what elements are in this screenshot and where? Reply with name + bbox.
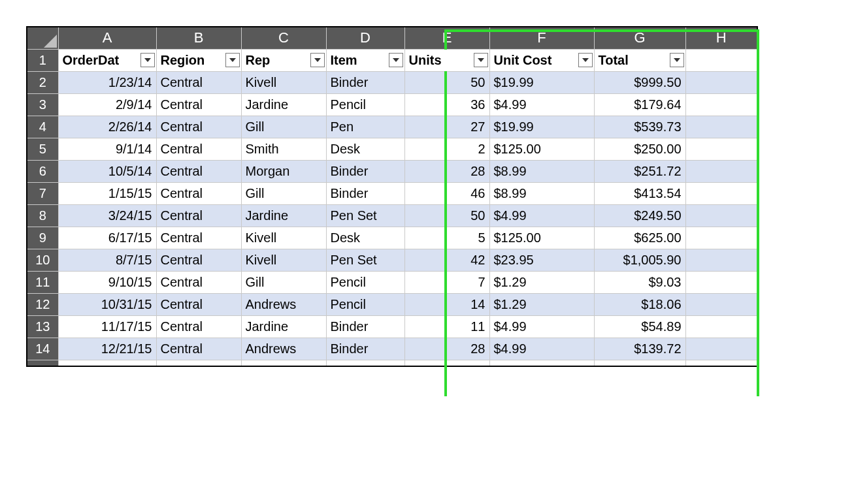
row-header-15[interactable]	[27, 360, 58, 366]
cell-B10[interactable]: Central	[156, 249, 241, 271]
cell-B4[interactable]: Central	[156, 116, 241, 138]
header-unitcost[interactable]: Unit Cost	[489, 49, 594, 71]
cell-G2[interactable]: $999.50	[594, 71, 685, 93]
cell-E2[interactable]: 50	[404, 71, 489, 93]
cell-C9[interactable]: Kivell	[241, 227, 326, 249]
cell-G9[interactable]: $625.00	[594, 227, 685, 249]
header-rep[interactable]: Rep	[241, 49, 326, 71]
cell-C14[interactable]: Andrews	[241, 338, 326, 360]
cell-F13[interactable]: $4.99	[489, 315, 594, 338]
header-region[interactable]: Region	[156, 49, 241, 71]
filter-button-orderdate[interactable]	[140, 53, 155, 67]
row-header-3[interactable]: 3	[27, 93, 58, 116]
row-header-5[interactable]: 5	[27, 138, 58, 160]
cell-F8[interactable]: $4.99	[489, 204, 594, 227]
cell-F7[interactable]: $8.99	[489, 182, 594, 204]
cell-G6[interactable]: $251.72	[594, 160, 685, 182]
cell-D10[interactable]: Pen Set	[326, 249, 404, 271]
cell-A7[interactable]: 1/15/15	[58, 182, 156, 204]
cell-C2[interactable]: Kivell	[241, 71, 326, 93]
row-header-14[interactable]: 14	[27, 338, 58, 360]
col-header-A[interactable]: A	[58, 27, 156, 49]
cell-E14[interactable]: 28	[404, 338, 489, 360]
header-item[interactable]: Item	[326, 49, 404, 71]
cell-A10[interactable]: 8/7/15	[58, 249, 156, 271]
cell-G8[interactable]: $249.50	[594, 204, 685, 227]
row-header-13[interactable]: 13	[27, 315, 58, 338]
cell-F11[interactable]: $1.29	[489, 271, 594, 293]
cell-F6[interactable]: $8.99	[489, 160, 594, 182]
cell-A9[interactable]: 6/17/15	[58, 227, 156, 249]
cell-D11[interactable]: Pencil	[326, 271, 404, 293]
cell-B2[interactable]: Central	[156, 71, 241, 93]
cell-F9[interactable]: $125.00	[489, 227, 594, 249]
col-header-C[interactable]: C	[241, 27, 326, 49]
cell-D8[interactable]: Pen Set	[326, 204, 404, 227]
cell-A3[interactable]: 2/9/14	[58, 93, 156, 116]
col-header-D[interactable]: D	[326, 27, 404, 49]
cell-H7[interactable]	[685, 182, 757, 204]
cell-H1[interactable]	[685, 49, 757, 71]
row-header-8[interactable]: 8	[27, 204, 58, 227]
cell-D7[interactable]: Binder	[326, 182, 404, 204]
cell-D4[interactable]: Pen	[326, 116, 404, 138]
cell-F3[interactable]: $4.99	[489, 93, 594, 116]
cell-F4[interactable]: $19.99	[489, 116, 594, 138]
cell-G13[interactable]: $54.89	[594, 315, 685, 338]
cell-G11[interactable]: $9.03	[594, 271, 685, 293]
cell-E8[interactable]: 50	[404, 204, 489, 227]
cell-G10[interactable]: $1,005.90	[594, 249, 685, 271]
cell-C13[interactable]: Jardine	[241, 315, 326, 338]
cell-H10[interactable]	[685, 249, 757, 271]
cell-G5[interactable]: $250.00	[594, 138, 685, 160]
cell-D3[interactable]: Pencil	[326, 93, 404, 116]
col-header-F[interactable]: F	[489, 27, 594, 49]
cell-B6[interactable]: Central	[156, 160, 241, 182]
cell-B7[interactable]: Central	[156, 182, 241, 204]
cell-A2[interactable]: 1/23/14	[58, 71, 156, 93]
header-units[interactable]: Units	[404, 49, 489, 71]
cell-F10[interactable]: $23.95	[489, 249, 594, 271]
cell-H14[interactable]	[685, 338, 757, 360]
cell-A14[interactable]: 12/21/15	[58, 338, 156, 360]
cell-C8[interactable]: Jardine	[241, 204, 326, 227]
cell-D6[interactable]: Binder	[326, 160, 404, 182]
cell-E4[interactable]: 27	[404, 116, 489, 138]
cell-H8[interactable]	[685, 204, 757, 227]
cell-F2[interactable]: $19.99	[489, 71, 594, 93]
cell-B11[interactable]: Central	[156, 271, 241, 293]
col-header-B[interactable]: B	[156, 27, 241, 49]
col-header-E[interactable]: E	[404, 27, 489, 49]
row-header-7[interactable]: 7	[27, 182, 58, 204]
cell-D12[interactable]: Pencil	[326, 293, 404, 315]
cell-G4[interactable]: $539.73	[594, 116, 685, 138]
cell-C5[interactable]: Smith	[241, 138, 326, 160]
col-header-G[interactable]: G	[594, 27, 685, 49]
cell-G14[interactable]: $139.72	[594, 338, 685, 360]
cell-A5[interactable]: 9/1/14	[58, 138, 156, 160]
cell-H13[interactable]	[685, 315, 757, 338]
filter-button-unitcost[interactable]	[578, 53, 593, 67]
filter-button-total[interactable]	[670, 53, 684, 67]
row-header-11[interactable]: 11	[27, 271, 58, 293]
cell-C7[interactable]: Gill	[241, 182, 326, 204]
cell-A4[interactable]: 2/26/14	[58, 116, 156, 138]
cell-D14[interactable]: Binder	[326, 338, 404, 360]
cell-C3[interactable]: Jardine	[241, 93, 326, 116]
filter-button-item[interactable]	[389, 53, 403, 67]
row-header-9[interactable]: 9	[27, 227, 58, 249]
col-header-H[interactable]: H	[685, 27, 757, 49]
row-header-4[interactable]: 4	[27, 116, 58, 138]
row-header-2[interactable]: 2	[27, 71, 58, 93]
cell-E5[interactable]: 2	[404, 138, 489, 160]
cell-B8[interactable]: Central	[156, 204, 241, 227]
cell-A11[interactable]: 9/10/15	[58, 271, 156, 293]
cell-E10[interactable]: 42	[404, 249, 489, 271]
cell-H3[interactable]	[685, 93, 757, 116]
cell-H6[interactable]	[685, 160, 757, 182]
cell-B13[interactable]: Central	[156, 315, 241, 338]
cell-C11[interactable]: Gill	[241, 271, 326, 293]
cell-B5[interactable]: Central	[156, 138, 241, 160]
cell-C4[interactable]: Gill	[241, 116, 326, 138]
cell-H4[interactable]	[685, 116, 757, 138]
